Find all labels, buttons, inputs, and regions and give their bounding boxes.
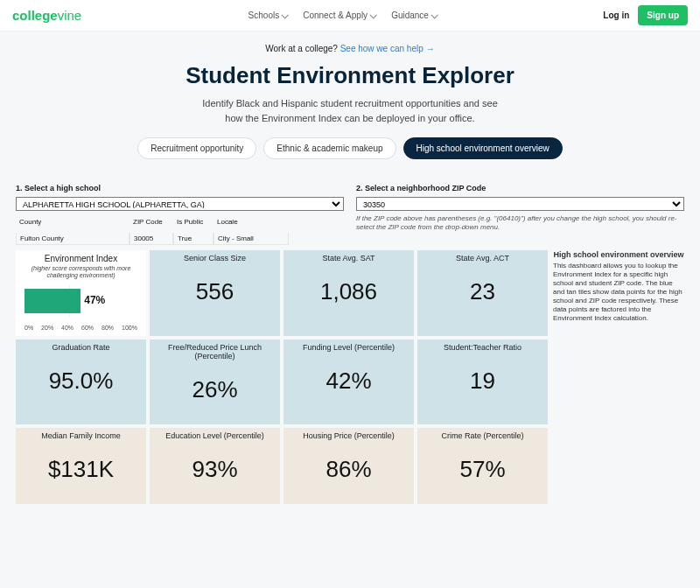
see-how-link[interactable]: See how we can help: [340, 44, 424, 53]
side-panel: High school environment overview This da…: [553, 250, 684, 504]
tab-ethnic-academic[interactable]: Ethnic & academic makeup: [263, 137, 396, 159]
tile-funding-level: Funding Level (Percentile)42%: [284, 340, 414, 424]
hs-select[interactable]: ALPHARETTA HIGH SCHOOL (ALPHARETTA, GA): [16, 197, 344, 211]
tile-state-sat: State Avg. SAT1,086: [284, 250, 414, 336]
tile-free-lunch: Free/Reduced Price Lunch (Percentile)26%: [150, 340, 280, 424]
tab-bar: Recruitment opportunity Ethnic & academi…: [0, 137, 700, 159]
tab-environment-overview[interactable]: High school environment overview: [403, 137, 563, 159]
tile-crime-rate: Crime Rate (Percentile)57%: [417, 428, 548, 504]
page-title: Student Environment Explorer: [0, 62, 700, 89]
zip-note: If the ZIP code above has parentheses (e…: [356, 214, 684, 232]
login-link[interactable]: Log in: [603, 10, 629, 20]
nav-connect-apply[interactable]: Connect & Apply: [303, 10, 375, 20]
env-index-bar: 47% 0%20%40%60%80%100%: [19, 285, 143, 331]
zip-select[interactable]: 30350: [356, 197, 684, 211]
auth-nav: Log in Sign up: [603, 5, 688, 25]
arrow-right-icon: →: [426, 44, 435, 53]
chevron-down-icon: [430, 11, 438, 18]
side-body: This dashboard allows you to lookup the …: [553, 262, 684, 323]
hs-meta-row: Fulton County 30005 True City - Small: [16, 233, 344, 245]
hs-meta-header: County ZIP Code Is Public Locale: [16, 216, 344, 228]
brand-logo[interactable]: collegevine: [12, 8, 81, 23]
chevron-down-icon: [370, 11, 377, 18]
work-at-college-prompt: Work at a college? See how we can help→: [0, 44, 700, 53]
tile-environment-index: Environment Index (higher score correspo…: [16, 250, 146, 336]
tile-housing-price: Housing Price (Percentile)86%: [284, 428, 414, 504]
dashboard: 1. Select a high school ALPHARETTA HIGH …: [0, 184, 700, 513]
chevron-down-icon: [282, 11, 289, 18]
zip-select-label: 2. Select a neighborhood ZIP Code: [356, 184, 684, 192]
tile-grid: Environment Index (higher score correspo…: [16, 250, 548, 504]
hero: Work at a college? See how we can help→ …: [0, 32, 700, 184]
tile-median-income: Median Family Income$131K: [16, 428, 146, 504]
main-nav: Schools Connect & Apply Guidance: [248, 10, 437, 20]
tile-state-act: State Avg. ACT23: [417, 250, 548, 336]
nav-schools[interactable]: Schools: [248, 10, 288, 20]
nav-guidance[interactable]: Guidance: [391, 10, 437, 20]
tile-senior-class: Senior Class Size556: [150, 250, 280, 336]
tile-student-teacher: Student:Teacher Ratio19: [417, 340, 548, 424]
top-nav: collegevine Schools Connect & Apply Guid…: [0, 0, 700, 32]
page-subtitle: Identify Black and Hispanic student recr…: [0, 96, 700, 125]
hs-select-label: 1. Select a high school: [16, 184, 344, 192]
side-title: High school environment overview: [553, 250, 684, 259]
tile-education-level: Education Level (Percentile)93%: [150, 428, 280, 504]
tile-graduation-rate: Graduation Rate95.0%: [16, 340, 146, 424]
tab-recruitment[interactable]: Recruitment opportunity: [137, 137, 256, 159]
signup-button[interactable]: Sign up: [638, 5, 688, 25]
